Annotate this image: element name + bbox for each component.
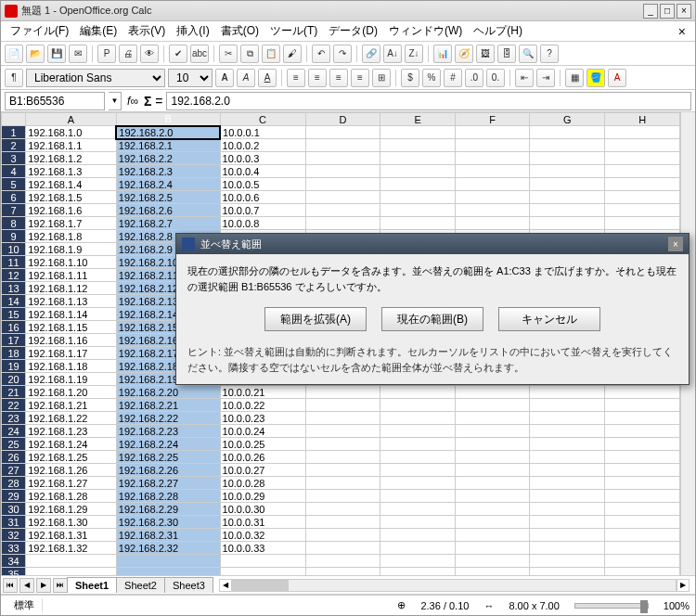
cell[interactable] [605,399,680,412]
row-header[interactable]: 31 [2,516,26,529]
cell[interactable] [455,451,529,464]
cell[interactable] [605,139,680,152]
align-left-icon[interactable]: ≡ [287,69,305,87]
cell[interactable] [305,165,380,178]
cell[interactable] [305,386,380,399]
cell[interactable] [605,451,680,464]
cell[interactable]: 192.168.2.30 [116,516,220,529]
cell[interactable]: 192.168.2.26 [116,464,220,477]
cell[interactable]: 192.168.1.8 [26,230,117,243]
cell[interactable] [380,139,456,152]
cell[interactable]: 10.0.0.29 [220,490,305,503]
cell[interactable]: 10.0.0.22 [220,399,305,412]
cell[interactable]: 192.168.1.16 [26,334,117,347]
cell[interactable] [305,126,380,139]
cell[interactable]: 192.168.2.20 [116,386,220,399]
cell[interactable]: 192.168.1.3 [26,165,117,178]
cell[interactable] [455,126,529,139]
cell[interactable] [305,464,380,477]
cell[interactable] [530,490,605,503]
cut-icon[interactable]: ✂ [219,45,238,63]
cell[interactable]: 192.168.1.14 [26,308,117,321]
copy-icon[interactable]: ⧉ [240,45,259,63]
fontcolor-icon[interactable]: A [608,69,626,87]
spellcheck-icon[interactable]: ✔ [169,45,187,63]
cell[interactable]: 192.168.2.5 [116,191,220,204]
cell[interactable]: 192.168.1.25 [26,451,117,464]
cell[interactable]: 10.0.0.26 [220,451,305,464]
cell[interactable] [605,425,680,438]
cell[interactable] [305,152,380,165]
cell[interactable] [605,126,680,139]
cell[interactable] [605,178,680,191]
tab-prev-icon[interactable]: ◀ [19,578,34,593]
cell[interactable] [380,503,456,516]
cell[interactable] [530,399,605,412]
dialog-close-button[interactable]: × [668,237,683,251]
cell[interactable] [605,503,680,516]
cell[interactable] [380,516,456,529]
function-wizard-icon[interactable]: f∞ [125,95,140,108]
cell[interactable]: 10.0.0.32 [220,529,305,542]
row-header[interactable]: 12 [2,269,26,282]
cell[interactable] [305,204,380,217]
cell[interactable]: 10.0.0.27 [220,464,305,477]
row-header[interactable]: 2 [2,139,26,152]
cell[interactable] [530,126,605,139]
menu-format[interactable]: 書式(O) [215,21,264,41]
cell[interactable]: 10.0.0.8 [220,217,305,230]
cell[interactable] [530,464,605,477]
col-header-B[interactable]: B [116,113,220,126]
cell[interactable] [305,139,380,152]
cell[interactable]: 192.168.1.17 [26,347,117,360]
cell[interactable] [220,555,305,568]
cell[interactable] [305,412,380,425]
row-header[interactable]: 7 [2,204,26,217]
tab-next-icon[interactable]: ▶ [36,578,51,593]
cell[interactable] [380,542,456,555]
close-button[interactable]: × [677,4,691,19]
cell[interactable] [530,191,605,204]
borders-icon[interactable]: ▦ [565,69,584,87]
cell[interactable] [220,568,305,576]
name-box-dropdown[interactable]: ▼ [109,92,122,110]
cell[interactable] [455,178,529,191]
cell[interactable] [455,152,529,165]
menu-file[interactable]: ファイル(F) [5,21,74,41]
row-header[interactable]: 3 [2,152,26,165]
cell[interactable]: 192.168.2.32 [116,542,220,555]
cell[interactable] [530,555,605,568]
minimize-button[interactable]: _ [643,4,658,19]
cell[interactable]: 192.168.1.9 [26,243,117,256]
cell[interactable]: 10.0.0.21 [220,386,305,399]
cell[interactable] [380,568,456,576]
sheet-tab-2[interactable]: Sheet2 [116,577,165,593]
preview-icon[interactable]: 👁 [140,45,159,63]
row-header[interactable]: 20 [2,373,26,386]
row-header[interactable]: 18 [2,347,26,360]
menu-help[interactable]: ヘルプ(H) [468,21,528,41]
row-header[interactable]: 1 [2,126,26,139]
cell[interactable]: 192.168.1.0 [26,126,117,139]
cell[interactable] [380,555,456,568]
cell[interactable]: 10.0.0.24 [220,425,305,438]
cell[interactable]: 10.0.0.23 [220,412,305,425]
cell[interactable] [380,152,456,165]
cell[interactable] [305,477,380,490]
col-header-H[interactable]: H [605,113,680,126]
cell[interactable] [605,555,680,568]
row-header[interactable]: 33 [2,542,26,555]
cell[interactable] [530,516,605,529]
cell[interactable] [455,412,529,425]
cell[interactable]: 192.168.2.0 [116,126,220,139]
cell[interactable]: 192.168.1.19 [26,373,117,386]
cell[interactable] [530,503,605,516]
cell[interactable]: 192.168.1.15 [26,321,117,334]
italic-icon[interactable]: A [237,69,255,87]
row-header[interactable]: 8 [2,217,26,230]
cell[interactable] [116,568,220,576]
cell[interactable] [380,191,456,204]
cell[interactable] [605,217,680,230]
cell[interactable] [305,555,380,568]
cell[interactable]: 10.0.0.25 [220,438,305,451]
